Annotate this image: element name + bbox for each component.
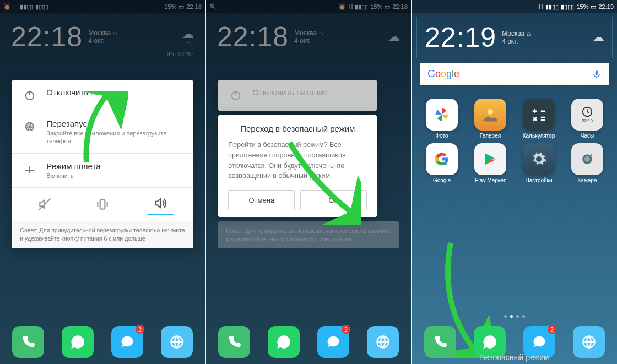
dialog-title: Переход в безопасный режим (228, 124, 367, 133)
calculator-icon (523, 99, 555, 131)
app-camera[interactable]: Камера (571, 143, 603, 183)
power-menu-tip: Совет: Для принудительной перезагрузки т… (218, 221, 398, 248)
airplane-row[interactable]: Режим полета Включить (12, 154, 192, 188)
browser-icon[interactable] (367, 326, 399, 358)
power-icon (22, 88, 37, 103)
cancel-button[interactable]: Отмена (228, 190, 295, 210)
airplane-sub: Включить (46, 172, 100, 180)
sound-on-icon[interactable] (147, 193, 174, 215)
restart-label: Перезапуск (46, 119, 182, 128)
app-calculator[interactable]: Калькулятор (523, 99, 555, 139)
whatsapp-icon[interactable] (268, 326, 300, 358)
app-label: Камера (578, 177, 597, 183)
badge: 2 (342, 325, 350, 334)
power-off-row-disabled: Отключить питание (218, 80, 377, 111)
app-label: Фото (436, 133, 448, 139)
svg-point-20 (488, 109, 493, 115)
modal-scrim[interactable]: Отключить питание Перезапуск Закройте вс… (0, 0, 205, 364)
airplane-icon (22, 161, 37, 177)
app-photos[interactable]: Фото (426, 99, 458, 139)
svg-point-33 (591, 154, 593, 156)
power-icon (228, 88, 243, 103)
app-clock[interactable]: 22:19 Часы (571, 99, 603, 139)
svg-rect-12 (100, 199, 105, 209)
vibrate-icon[interactable] (89, 193, 116, 215)
app-label: Галерея (480, 133, 501, 139)
app-label: Play Маркет (475, 177, 506, 183)
browser-icon[interactable] (161, 326, 193, 358)
power-off-label: Отключить питание (46, 88, 122, 97)
badge: 2 (548, 325, 556, 334)
camera-icon (571, 143, 603, 175)
restart-sub: Закройте все приложения и перезагрузите … (46, 129, 182, 145)
clock-app-icon: 22:19 (571, 99, 603, 131)
app-label: Часы (581, 133, 594, 139)
weather-icon: ☁︎ (592, 31, 604, 44)
safe-mode-label: Безопасный режим (480, 353, 549, 362)
power-menu-tip: Совет: Для принудительной перезагрузки т… (12, 221, 192, 248)
dialog-body: Перейти в безопасный режим? Все приложен… (228, 140, 367, 181)
settings-icon (523, 143, 555, 175)
app-gallery[interactable]: Галерея (474, 99, 506, 139)
browser-icon[interactable] (573, 326, 605, 358)
badge: 2 (136, 325, 144, 334)
status-bar: H ▮▮▯▯ ▮▯▯▯ 15% ▭ 22:19 (412, 0, 617, 13)
svg-line-30 (587, 112, 589, 113)
mic-icon[interactable] (592, 69, 602, 79)
google-app-icon (426, 143, 458, 175)
battery-pct: 15% (576, 3, 588, 10)
messages-icon[interactable]: 2 (111, 326, 143, 358)
signal-icon: ▮▮▯▯ (545, 3, 559, 10)
google-logo: Google (427, 68, 459, 80)
app-settings[interactable]: Настройки (523, 143, 555, 183)
clock-time: 22:19 (425, 24, 496, 51)
app-label: Google (433, 177, 451, 183)
gallery-icon (474, 99, 506, 131)
app-grid: Фото Галерея Калькулятор 22:19 Часы (412, 90, 617, 192)
dock: 2 (206, 321, 411, 364)
sound-mode-row (12, 188, 192, 221)
dock: 2 (0, 321, 205, 364)
power-off-row[interactable]: Отключить питание (12, 80, 192, 111)
app-play[interactable]: Play Маркет (474, 143, 506, 183)
safe-mode-dialog: Переход в безопасный режим Перейти в без… (218, 115, 377, 217)
restart-row[interactable]: Перезапуск Закройте все приложения и пер… (12, 111, 192, 154)
location-icon: ⌂ (527, 30, 531, 37)
svg-point-32 (584, 156, 590, 162)
messages-icon[interactable]: 2 (317, 326, 349, 358)
modal-scrim[interactable]: Отключить питание Переход в безопасный р… (206, 0, 411, 364)
phone-app-icon[interactable] (12, 326, 44, 358)
app-google[interactable]: Google (426, 143, 458, 183)
clock-widget[interactable]: 22:19 Москва ⌂ 4 окт. ☁︎ (416, 17, 613, 58)
restart-icon (22, 119, 37, 134)
silent-icon[interactable] (31, 193, 58, 215)
page-indicator (412, 315, 617, 318)
battery-icon: ▭ (591, 3, 596, 10)
status-time: 22:19 (598, 3, 614, 10)
phone-app-icon[interactable] (218, 326, 250, 358)
ok-button[interactable]: OK (300, 190, 367, 210)
photos-icon (426, 99, 458, 131)
whatsapp-icon[interactable] (62, 326, 94, 358)
app-label: Калькулятор (523, 133, 555, 139)
app-label: Настройки (525, 177, 552, 183)
power-menu: Отключить питание Перезапуск Закройте вс… (12, 80, 192, 248)
phone-app-icon[interactable] (424, 326, 456, 358)
google-search-bar[interactable]: Google (420, 63, 609, 85)
play-store-icon (474, 143, 506, 175)
airplane-label: Режим полета (46, 161, 100, 171)
signal-icon-2: ▮▯▯▯ (561, 3, 574, 10)
